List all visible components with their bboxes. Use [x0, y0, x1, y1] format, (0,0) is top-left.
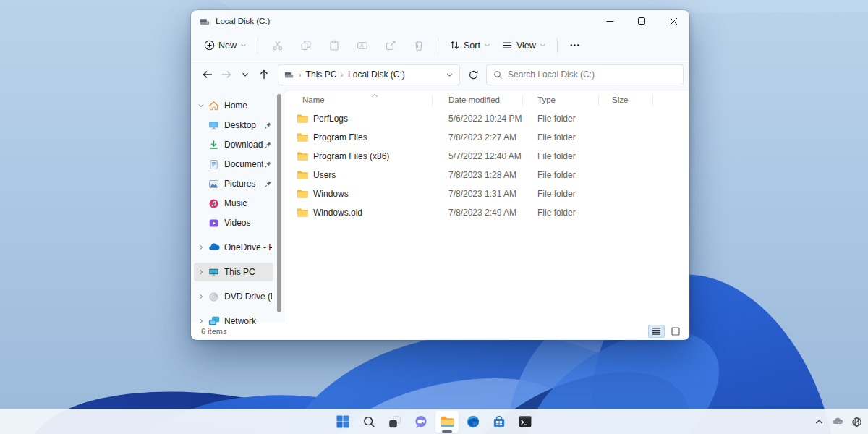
sidebar-item-label: Desktop	[224, 120, 263, 130]
column-header-type[interactable]: Type	[523, 95, 599, 106]
column-header-date-modified[interactable]: Date modified	[433, 95, 523, 106]
sidebar-item-label: Downloads	[224, 140, 263, 150]
maximize-button[interactable]	[626, 10, 658, 32]
paste-button[interactable]	[320, 35, 348, 56]
column-header-size[interactable]: Size	[599, 95, 653, 106]
folder-icon	[297, 151, 309, 161]
chevron-down-icon	[240, 42, 247, 48]
sidebar-item-downloads[interactable]: Downloads	[194, 135, 273, 154]
chevron-down-icon[interactable]	[197, 102, 205, 109]
file-row-program-files-x86[interactable]: Program Files (x86) 5/7/2022 12:40 AM Fi…	[284, 147, 689, 166]
start-button[interactable]	[331, 411, 354, 433]
edge-button[interactable]	[461, 411, 485, 433]
terminal-button[interactable]	[514, 411, 537, 433]
breadcrumb-this-pc[interactable]: This PC	[306, 69, 337, 80]
sort-button[interactable]: Sort	[443, 36, 496, 54]
file-explorer-window: Local Disk (C:) New	[191, 10, 689, 340]
file-row-windows[interactable]: Windows 7/8/2023 1:31 AM File folder	[284, 184, 689, 203]
sidebar-item-label: Videos	[224, 218, 263, 228]
cut-button[interactable]	[263, 35, 292, 56]
sidebar-item-dvd-drive[interactable]: DVD Drive (D:) C	[194, 287, 273, 306]
view-button-label: View	[516, 41, 536, 51]
chat-icon	[414, 414, 428, 429]
folder-icon	[297, 114, 309, 124]
file-row-users[interactable]: Users 7/8/2023 1:28 AM File folder	[284, 166, 689, 184]
sidebar-item-label: Home	[224, 101, 272, 111]
sort-icon	[449, 40, 460, 51]
dvd-icon	[208, 292, 220, 302]
terminal-icon	[518, 415, 532, 428]
file-row-perflogs[interactable]: PerfLogs 5/6/2022 10:24 PM File folder	[284, 109, 689, 128]
sidebar-item-this-pc[interactable]: This PC	[194, 263, 273, 281]
minimize-button[interactable]	[594, 10, 626, 32]
breadcrumb[interactable]: › This PC › Local Disk (C:)	[278, 64, 460, 85]
task-view-icon	[388, 414, 402, 429]
drive-icon	[284, 69, 294, 80]
large-icons-view-button[interactable]	[667, 325, 684, 338]
pin-icon	[263, 141, 272, 149]
videos-icon	[208, 218, 220, 229]
sidebar-item-music[interactable]: Music	[194, 194, 273, 213]
new-button-label: New	[218, 41, 237, 51]
new-button[interactable]: New	[198, 36, 252, 54]
chevron-right-icon[interactable]	[197, 293, 205, 300]
task-view-button[interactable]	[383, 411, 407, 433]
this-pc-icon	[208, 267, 220, 278]
recent-locations-button[interactable]	[236, 65, 255, 84]
search-icon	[362, 415, 376, 429]
copy-button[interactable]	[292, 35, 320, 56]
sort-ascending-icon	[371, 91, 378, 100]
pictures-icon	[208, 179, 220, 190]
sidebar-item-videos[interactable]: Videos	[194, 213, 273, 232]
delete-icon	[413, 40, 425, 51]
sidebar-item-label: Network	[224, 316, 272, 326]
details-view-button[interactable]	[648, 325, 665, 338]
see-more-button[interactable]	[563, 35, 587, 56]
hidden-icons-chevron[interactable]	[814, 417, 824, 427]
scrollbar-thumb[interactable]	[277, 94, 281, 312]
close-button[interactable]	[658, 10, 689, 32]
breadcrumb-local-disk[interactable]: Local Disk (C:)	[348, 69, 405, 80]
refresh-button[interactable]	[464, 65, 482, 84]
chevron-right-icon[interactable]	[197, 244, 205, 251]
sidebar-item-label: Pictures	[224, 179, 263, 189]
rename-button[interactable]	[348, 35, 376, 56]
onedrive-tray-icon[interactable]	[832, 416, 843, 427]
sidebar-item-pictures[interactable]: Pictures	[194, 174, 273, 193]
items-count: 6 items	[201, 327, 226, 336]
sidebar-scrollbar[interactable]	[275, 90, 284, 323]
titlebar[interactable]: Local Disk (C:)	[191, 10, 689, 32]
address-dropdown-icon[interactable]	[446, 71, 454, 79]
chevron-right-icon[interactable]	[197, 318, 205, 325]
back-button[interactable]	[198, 65, 217, 84]
sidebar-item-home[interactable]: Home	[194, 96, 273, 115]
search-input[interactable]	[508, 69, 676, 80]
file-row-program-files[interactable]: Program Files 7/8/2023 2:27 AM File fold…	[284, 128, 689, 147]
column-header-name[interactable]: Name	[284, 95, 433, 106]
file-explorer-taskbar-button[interactable]	[435, 411, 459, 433]
sidebar-item-desktop[interactable]: Desktop	[194, 116, 273, 135]
search-taskbar-button[interactable]	[357, 411, 380, 433]
sidebar-item-documents[interactable]: Documents	[194, 155, 273, 174]
forward-button[interactable]	[217, 65, 236, 84]
documents-icon	[208, 159, 220, 170]
chevron-down-icon	[540, 42, 546, 48]
sidebar-item-onedrive[interactable]: OneDrive - Perso	[194, 238, 273, 257]
share-icon	[385, 40, 396, 51]
no-internet-icon[interactable]	[851, 417, 862, 427]
folder-icon	[297, 208, 309, 218]
up-button[interactable]	[255, 65, 273, 84]
search-box[interactable]	[486, 64, 684, 85]
view-button[interactable]: View	[496, 36, 552, 54]
microsoft-store-button[interactable]	[488, 411, 511, 433]
chat-button[interactable]	[409, 411, 433, 433]
toolbar-separator	[557, 38, 558, 53]
folder-icon	[297, 170, 309, 180]
file-row-windows-old[interactable]: Windows.old 7/8/2023 2:49 AM File folder	[284, 203, 689, 222]
chevron-right-icon[interactable]	[197, 268, 205, 276]
delete-button[interactable]	[404, 35, 433, 56]
rename-icon	[357, 40, 368, 51]
pin-icon	[263, 180, 272, 188]
folder-icon	[297, 132, 309, 142]
share-button[interactable]	[376, 35, 404, 56]
